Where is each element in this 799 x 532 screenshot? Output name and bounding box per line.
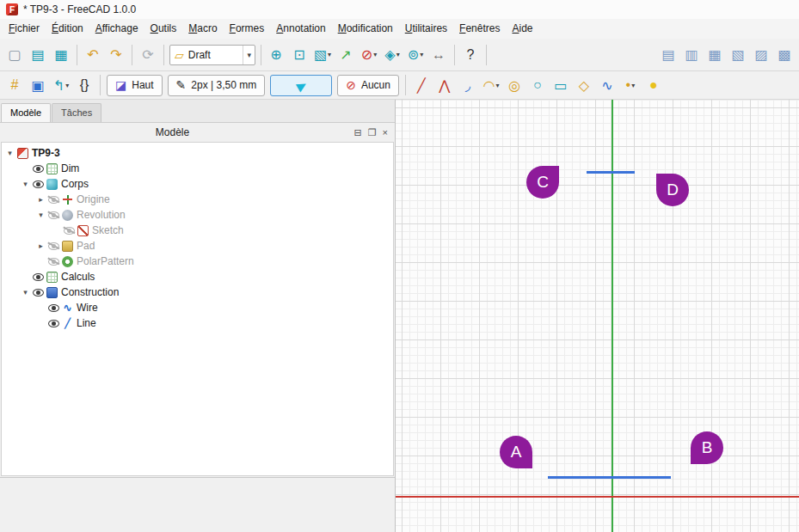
expander-icon[interactable]: ▾: [36, 211, 46, 219]
tree-sync-selection-icon[interactable]: ▥: [680, 44, 703, 66]
close-icon[interactable]: ×: [383, 127, 388, 138]
expression-icon[interactable]: {}: [73, 74, 95, 96]
arc-tool-icon[interactable]: ◠▾: [480, 74, 502, 96]
menu-utilitaires[interactable]: Utilitaires: [399, 20, 453, 38]
zoom-fit-icon[interactable]: ⊕: [265, 44, 287, 66]
fillet-tool-icon[interactable]: ◞: [457, 74, 479, 96]
grid-toggle-icon[interactable]: #: [3, 74, 26, 96]
chevron-down-icon[interactable]: ▾: [373, 51, 377, 58]
chevron-down-icon[interactable]: ▾: [631, 82, 635, 89]
workbench-selector[interactable]: ▱ Draft ▾: [169, 45, 255, 65]
menu-macro[interactable]: Macro: [182, 20, 223, 38]
visibility-eye-icon[interactable]: [33, 180, 44, 188]
save-icon[interactable]: ▦: [50, 44, 72, 66]
working-plane-button[interactable]: ◪ Haut: [107, 75, 163, 96]
facebinder-tool-icon[interactable]: ●: [642, 74, 665, 96]
tree-item-revolution[interactable]: ▾Revolution: [2, 207, 393, 223]
menu-edition[interactable]: Édition: [46, 20, 89, 38]
tree-item-construction[interactable]: ▾Construction: [2, 284, 393, 300]
tab-modele[interactable]: Modèle: [1, 103, 51, 122]
visibility-eye-icon[interactable]: [48, 242, 59, 250]
open-folder-icon[interactable]: ▤: [27, 44, 49, 66]
layers-icon[interactable]: ▣: [27, 74, 49, 96]
expander-icon[interactable]: ▾: [5, 149, 15, 157]
menu-modification[interactable]: Modification: [332, 20, 399, 38]
tree-item-label: TP9-3: [32, 147, 60, 159]
clipping-plane-icon[interactable]: ⊘▾: [358, 44, 380, 66]
tree-item-origine[interactable]: ▸Origine: [2, 192, 393, 207]
chevron-down-icon[interactable]: ▾: [243, 46, 255, 64]
ellipse-tool-icon[interactable]: ○: [526, 74, 549, 96]
tree-item-line[interactable]: Line: [2, 315, 393, 331]
menu-outils[interactable]: Outils: [144, 20, 183, 38]
std-views-icon[interactable]: ◈▾: [381, 44, 403, 66]
tree-item-calculs[interactable]: Calculs: [2, 269, 393, 284]
menu-affichage[interactable]: Affichage: [89, 20, 144, 38]
visibility-eye-icon[interactable]: [48, 258, 59, 266]
chevron-down-icon[interactable]: ▾: [396, 51, 400, 58]
tree-drag-icon[interactable]: ▩: [773, 44, 796, 66]
measure-icon[interactable]: ↔: [427, 44, 450, 66]
menu-annotation[interactable]: Annotation: [270, 20, 331, 38]
toolbar-separator: [163, 45, 164, 65]
float-icon[interactable]: ❐: [368, 127, 377, 138]
point-tool-icon[interactable]: •▾: [619, 74, 642, 96]
line-tool-icon[interactable]: ╱: [410, 74, 433, 96]
chevron-down-icon[interactable]: ▾: [65, 82, 69, 89]
refresh-icon[interactable]: ⟳: [137, 44, 159, 66]
expander-icon[interactable]: ▸: [36, 195, 46, 204]
tree-sync-view-icon[interactable]: ▦: [704, 44, 726, 66]
move-to-group-icon[interactable]: ↰▾: [50, 74, 72, 96]
expander-icon[interactable]: ▾: [21, 288, 30, 297]
visibility-eye-icon[interactable]: [48, 320, 59, 327]
visibility-eye-icon[interactable]: [48, 304, 59, 312]
zoom-tools-icon[interactable]: ⊚▾: [404, 44, 427, 66]
expander-icon[interactable]: ▾: [21, 180, 30, 188]
autogroup-button[interactable]: ⊘ Aucun: [337, 75, 399, 96]
menu-aide[interactable]: Aide: [506, 20, 538, 38]
viewport[interactable]: ABCD: [396, 100, 799, 532]
redo-icon[interactable]: ↷: [105, 44, 127, 66]
visibility-eye-icon[interactable]: [48, 196, 59, 204]
bspline-tool-icon[interactable]: ∿: [596, 74, 618, 96]
visibility-eye-icon[interactable]: [48, 211, 59, 219]
draw-style-icon[interactable]: ▧▾: [311, 44, 334, 66]
tab-taches[interactable]: Tâches: [52, 103, 101, 122]
title-bar[interactable]: * TP9-3 - FreeCAD 1.0.0: [0, 0, 799, 19]
sketch-line-bottom[interactable]: [548, 476, 671, 479]
chevron-down-icon[interactable]: ▾: [328, 51, 331, 58]
dock-icon[interactable]: ⊟: [353, 127, 361, 138]
whats-this-icon[interactable]: ?: [459, 44, 482, 66]
tree-pre-selection-icon[interactable]: ▧: [727, 44, 749, 66]
tree-item-polarpattern[interactable]: PolarPattern: [2, 254, 393, 269]
expander-icon[interactable]: ▸: [36, 242, 46, 250]
circle-tool-icon[interactable]: ◎: [503, 74, 525, 96]
zoom-selection-icon[interactable]: ⊡: [288, 44, 310, 66]
line-style-button[interactable]: ✎ 2px | 3,50 mm: [168, 75, 266, 96]
polygon-tool-icon[interactable]: ◇: [573, 74, 595, 96]
tree-document-icon[interactable]: ▤: [657, 44, 679, 66]
visibility-eye-icon[interactable]: [33, 289, 44, 297]
new-document-icon[interactable]: ▢: [3, 44, 26, 66]
rectangle-tool-icon[interactable]: ▭: [550, 74, 572, 96]
working-plane-view-icon[interactable]: ↗: [335, 44, 357, 66]
visibility-eye-icon[interactable]: [33, 165, 44, 173]
visibility-eye-icon[interactable]: [33, 273, 44, 281]
polyline-tool-icon[interactable]: ⋀: [433, 74, 456, 96]
chevron-down-icon[interactable]: ▾: [420, 51, 423, 58]
tree-item-tp9-3[interactable]: ▾TP9-3: [2, 145, 393, 161]
construction-mode-toggle[interactable]: ▶: [270, 75, 332, 96]
menu-fichier[interactable]: Fichier: [3, 20, 46, 38]
tree-record-selection-icon[interactable]: ▨: [750, 44, 772, 66]
menu-formes[interactable]: Formes: [224, 20, 271, 38]
tree-item-pad[interactable]: ▸Pad: [2, 238, 393, 254]
undo-icon[interactable]: ↶: [82, 44, 104, 66]
tree-item-dim[interactable]: Dim: [2, 161, 393, 176]
visibility-eye-icon[interactable]: [64, 227, 75, 235]
menu-fenetres[interactable]: Fenêtres: [453, 20, 506, 38]
tree-item-sketch[interactable]: Sketch: [2, 223, 393, 238]
sketch-line-top[interactable]: [587, 171, 635, 174]
tree-item-wire[interactable]: Wire: [2, 300, 393, 315]
tree-item-corps[interactable]: ▾Corps: [2, 176, 393, 192]
chevron-down-icon[interactable]: ▾: [495, 82, 499, 89]
